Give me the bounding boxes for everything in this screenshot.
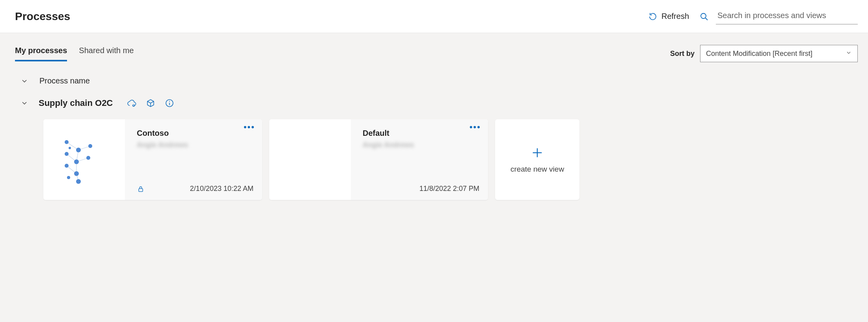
content-area: My processes Shared with me Sort by Cont… — [0, 33, 868, 322]
tabs-row: My processes Shared with me Sort by Cont… — [0, 33, 868, 62]
create-new-view-label: create new view — [510, 165, 564, 174]
view-card-body: ••• Default Angie Andrews 11/8/2022 2:07… — [351, 119, 488, 200]
tab-my-processes[interactable]: My processes — [15, 46, 67, 61]
refresh-label: Refresh — [661, 12, 689, 21]
svg-point-17 — [65, 152, 69, 156]
search-input[interactable] — [716, 9, 858, 24]
sort-label: Sort by — [670, 50, 695, 58]
tabs: My processes Shared with me — [15, 46, 134, 61]
section-title: Process name — [39, 76, 90, 85]
process-header: Supply chain O2C — [0, 85, 868, 108]
svg-point-23 — [67, 176, 70, 179]
svg-point-19 — [86, 156, 90, 160]
view-footer: 11/8/2022 2:07 PM — [363, 185, 479, 195]
svg-rect-25 — [139, 189, 143, 192]
svg-point-21 — [74, 171, 79, 176]
view-footer: 2/10/2023 10:22 AM — [137, 185, 253, 195]
refresh-button[interactable]: Refresh — [648, 12, 689, 21]
svg-point-0 — [701, 13, 706, 19]
svg-point-16 — [88, 144, 92, 148]
cube-icon[interactable] — [146, 98, 155, 108]
search-icon[interactable] — [699, 12, 709, 21]
sort-selected-value: Content Modification [Recent first] — [706, 50, 812, 58]
sort-select[interactable]: Content Modification [Recent first] — [700, 45, 858, 62]
cards-row: ••• Contoso Angie Andrews 2/10/2023 10:2… — [0, 108, 868, 200]
view-thumbnail — [43, 119, 125, 200]
svg-point-14 — [65, 140, 69, 144]
view-date: 11/8/2022 2:07 PM — [419, 185, 479, 193]
view-title: Default — [363, 129, 479, 138]
svg-point-24 — [69, 147, 71, 149]
tab-shared-with-me[interactable]: Shared with me — [79, 46, 134, 61]
view-owner: Angie Andrews — [363, 141, 479, 149]
section-header: Process name — [0, 62, 868, 85]
sort-control: Sort by Content Modification [Recent fir… — [670, 45, 858, 62]
svg-point-5 — [169, 101, 170, 102]
view-card[interactable]: ••• Default Angie Andrews 11/8/2022 2:07… — [269, 119, 488, 200]
header-bar: Processes Refresh — [0, 0, 868, 33]
process-graph-thumb — [55, 130, 114, 189]
chevron-down-icon — [846, 50, 852, 58]
create-new-view-button[interactable]: create new view — [495, 119, 579, 200]
refresh-icon — [648, 12, 658, 21]
svg-line-1 — [706, 18, 708, 20]
search — [699, 9, 858, 24]
view-card[interactable]: ••• Contoso Angie Andrews 2/10/2023 10:2… — [43, 119, 262, 200]
view-owner: Angie Andrews — [137, 141, 253, 149]
svg-point-22 — [76, 179, 81, 184]
chevron-down-icon[interactable] — [20, 77, 28, 85]
page-title: Processes — [15, 10, 70, 23]
chevron-down-icon[interactable] — [20, 99, 28, 107]
view-date: 2/10/2023 10:22 AM — [190, 185, 253, 193]
cloud-upload-icon[interactable] — [127, 98, 136, 108]
process-title[interactable]: Supply chain O2C — [39, 98, 113, 108]
view-card-body: ••• Contoso Angie Andrews 2/10/2023 10:2… — [125, 119, 262, 200]
header-actions: Refresh — [648, 9, 858, 24]
svg-point-15 — [76, 148, 81, 152]
info-icon[interactable] — [165, 98, 174, 108]
svg-point-18 — [74, 159, 79, 164]
svg-point-20 — [65, 164, 69, 168]
plus-icon — [531, 146, 544, 159]
process-icons — [127, 98, 174, 108]
view-title: Contoso — [137, 129, 253, 138]
view-thumbnail — [269, 119, 351, 200]
lock-icon — [137, 185, 145, 193]
